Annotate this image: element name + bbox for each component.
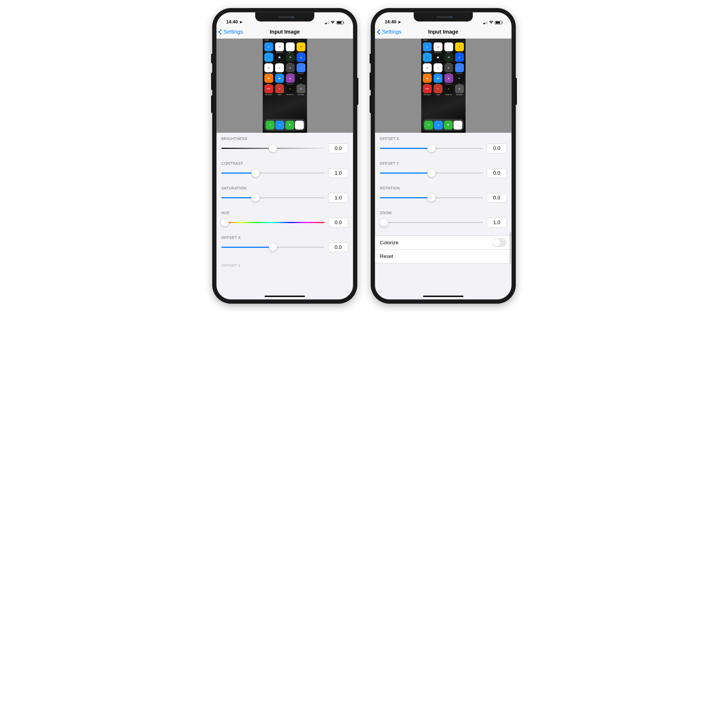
app-icon: ⚙︎ xyxy=(296,84,305,93)
image-preview[interactable]: 10:41 ✉︎ 30 ❁ ✦ 📘 🕙 🗺 🔒 ☰ 📝 ⊞ xyxy=(217,39,353,133)
slider-thumb[interactable] xyxy=(428,194,435,202)
volume-down xyxy=(370,95,371,113)
back-button[interactable]: Settings xyxy=(219,29,243,35)
dock-icon: 💬 xyxy=(285,121,294,130)
brightness-value[interactable]: 0.0 xyxy=(328,143,348,153)
offset-x-label: OFFSET X xyxy=(221,236,348,240)
offset-y-slider[interactable] xyxy=(380,172,483,174)
thumb-time: 10:41 xyxy=(423,39,428,41)
rotation-slider[interactable] xyxy=(380,197,483,198)
app-icon: ✉︎ xyxy=(264,42,273,51)
chevron-left-icon xyxy=(377,29,382,35)
app-icon: $ xyxy=(286,84,295,93)
mute-switch xyxy=(370,54,371,64)
volume-up xyxy=(211,72,212,90)
back-button[interactable]: Settings xyxy=(378,29,402,35)
notch xyxy=(255,12,314,22)
app-icon: PDF xyxy=(423,84,432,93)
location-arrow-icon: ➤ xyxy=(239,20,243,24)
offset-x-value[interactable]: 0.0 xyxy=(328,242,348,252)
slider-thumb[interactable] xyxy=(221,218,228,227)
app-icon: 📁 xyxy=(275,74,284,83)
dock: ✆ ◎ 💬 ♫ xyxy=(423,119,464,131)
partial-label: OFFSET Y xyxy=(221,263,348,267)
controls-scroll[interactable]: OFFSET X 0.0 OFFSET Y 0.0 xyxy=(375,133,511,263)
dock-icon: ✆ xyxy=(266,121,274,130)
dock-icon: ♫ xyxy=(454,121,462,130)
chevron-left-icon xyxy=(218,29,224,35)
brightness-slider[interactable] xyxy=(221,148,325,149)
slider-thumb[interactable] xyxy=(269,144,277,152)
saturation-label: SATURATION xyxy=(221,186,348,190)
app-icon: ☰ xyxy=(264,64,273,72)
app-icon: 🔒 xyxy=(296,53,305,62)
app-icon: ◉ xyxy=(286,74,295,83)
app-icon: Л xyxy=(275,84,284,93)
dock-icon: ◎ xyxy=(275,121,284,130)
offset-y-value[interactable]: 0.0 xyxy=(487,168,507,178)
saturation-value[interactable]: 1.0 xyxy=(328,193,348,203)
rotation-control: ROTATION 0.0 xyxy=(375,182,511,207)
app-icon: 📘 xyxy=(423,53,432,62)
notch xyxy=(414,12,473,22)
reset-row[interactable]: Reset xyxy=(375,249,511,263)
colorize-row[interactable]: Colorize xyxy=(375,236,511,249)
scrollbar-indicator[interactable] xyxy=(510,232,511,263)
wifi-icon xyxy=(489,20,494,25)
hue-value[interactable]: 0.0 xyxy=(328,218,348,227)
app-icon: 30 xyxy=(275,42,284,51)
phone-mockup-right: 14:40 ➤ Settings Input Image 10:41 xyxy=(371,8,516,304)
app-icon: 🕙 xyxy=(433,53,442,62)
app-icon: ◇ xyxy=(455,64,464,72)
offset-x-value[interactable]: 0.0 xyxy=(487,143,507,153)
dock-icon: ✆ xyxy=(424,121,433,130)
battery-icon xyxy=(495,21,502,25)
app-icon: Л xyxy=(433,84,442,93)
offset-x-slider[interactable] xyxy=(221,247,325,248)
contrast-value[interactable]: 1.0 xyxy=(328,168,348,178)
app-icon: ❁ xyxy=(444,42,453,51)
reset-label: Reset xyxy=(380,253,393,259)
rotation-label: ROTATION xyxy=(380,186,507,190)
homescreen-thumbnail: 10:41 ✉︎ 30 ❁ ✦ 📘 🕙 🗺 🔒 ☰ 📝 ⊞ xyxy=(421,39,465,133)
slider-thumb[interactable] xyxy=(428,144,435,152)
slider-thumb[interactable] xyxy=(269,243,277,251)
controls-scroll[interactable]: BRIGHTNESS 0.0 CONTRAST 1.0 xyxy=(217,133,353,267)
contrast-slider[interactable] xyxy=(221,172,325,174)
contrast-control: CONTRAST 1.0 xyxy=(217,158,353,182)
app-icon: ✦ xyxy=(296,42,305,51)
zoom-slider[interactable] xyxy=(380,222,483,223)
zoom-value[interactable]: 1.0 xyxy=(487,218,507,227)
app-icon: tv xyxy=(455,74,464,83)
hue-control: HUE 0.0 xyxy=(217,207,353,231)
app-icon: 📘 xyxy=(264,53,273,62)
home-indicator[interactable] xyxy=(264,296,305,297)
hue-slider[interactable] xyxy=(221,222,325,223)
wifi-icon xyxy=(331,20,335,25)
saturation-slider[interactable] xyxy=(221,197,325,198)
volume-down xyxy=(211,95,212,113)
power-button xyxy=(357,78,358,105)
slider-thumb[interactable] xyxy=(251,194,260,202)
cellular-signal-icon xyxy=(325,21,329,24)
page-title: Input Image xyxy=(270,29,300,35)
slider-thumb[interactable] xyxy=(380,218,388,227)
location-arrow-icon: ➤ xyxy=(398,20,401,24)
contrast-label: CONTRAST xyxy=(221,161,348,166)
offset-x-slider[interactable] xyxy=(380,148,483,149)
mute-switch xyxy=(211,54,212,64)
slider-thumb[interactable] xyxy=(428,169,435,177)
app-icon: 📁 xyxy=(433,74,442,83)
home-indicator[interactable] xyxy=(423,296,464,297)
rotation-value[interactable]: 0.0 xyxy=(487,193,507,203)
image-preview[interactable]: 10:41 ✉︎ 30 ❁ ✦ 📘 🕙 🗺 🔒 ☰ 📝 ⊞ xyxy=(375,39,511,133)
hue-label: HUE xyxy=(221,211,348,215)
app-icon: ✦ xyxy=(455,42,464,51)
back-label: Settings xyxy=(382,29,402,35)
power-button xyxy=(516,78,517,105)
slider-thumb[interactable] xyxy=(251,169,260,177)
navigation-bar: Settings Input Image xyxy=(375,25,511,39)
colorize-toggle[interactable] xyxy=(492,239,507,247)
homescreen-thumbnail: 10:41 ✉︎ 30 ❁ ✦ 📘 🕙 🗺 🔒 ☰ 📝 ⊞ xyxy=(263,39,307,133)
dock-icon: 💬 xyxy=(444,121,453,130)
